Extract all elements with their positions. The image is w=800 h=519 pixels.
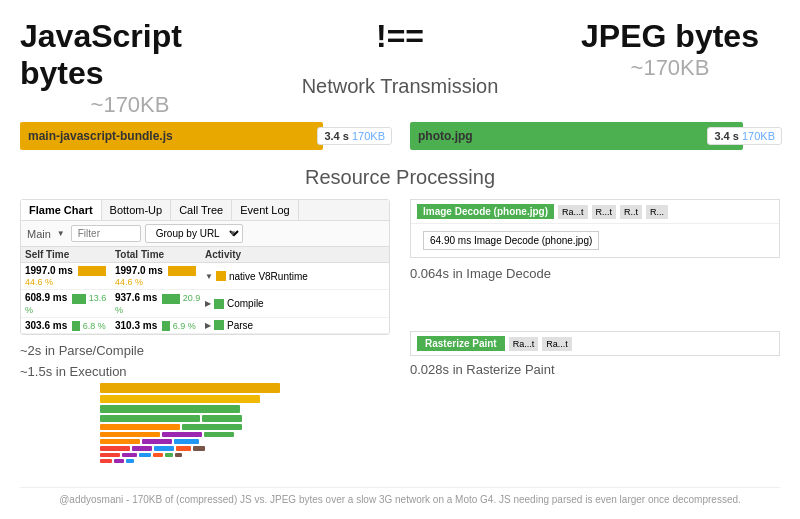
dropdown-arrow-icon: ▼ <box>57 229 65 238</box>
row2-self-time: 608.9 ms 13.6 % <box>25 292 115 314</box>
svg-rect-5 <box>100 424 180 430</box>
js-bar-label: main-javascript-bundle.js <box>28 129 173 143</box>
img-network-badge: 3.4 s 170KB <box>707 127 782 145</box>
svg-rect-14 <box>132 446 152 451</box>
svg-rect-23 <box>175 453 182 457</box>
tab-bottom-up[interactable]: Bottom-Up <box>102 200 172 220</box>
rasterize-panel: Rasterize Paint Ra...t Ra...t <box>410 331 780 356</box>
flame-panel: Flame Chart Bottom-Up Call Tree Event Lo… <box>20 199 390 335</box>
expand-icon: ▶ <box>205 299 211 308</box>
decode-green-bar: Image Decode (phone.jpg) <box>417 204 554 219</box>
decode-bar-row: Image Decode (phone.jpg) Ra...t R...t R.… <box>411 200 779 224</box>
row2-total-time: 937.6 ms 20.9 % <box>115 292 205 314</box>
col-activity: Activity <box>205 249 385 260</box>
two-column-section: Flame Chart Bottom-Up Call Tree Event Lo… <box>20 199 780 477</box>
svg-rect-22 <box>165 453 173 457</box>
js-network-badge: 3.4 s 170KB <box>317 127 392 145</box>
group-by-select[interactable]: Group by URL <box>145 224 243 243</box>
svg-rect-6 <box>182 424 242 430</box>
not-equal-sign: !== <box>376 18 424 55</box>
svg-rect-17 <box>193 446 205 451</box>
svg-rect-19 <box>122 453 137 457</box>
img-bar-container: photo.jpg 3.4 s 170KB <box>410 122 780 150</box>
svg-rect-15 <box>154 446 174 451</box>
flame-visualization <box>100 383 390 477</box>
svg-rect-8 <box>162 432 202 437</box>
activity-color-block <box>214 320 224 330</box>
rast-small-2: Ra...t <box>542 337 572 351</box>
rast-green-bar: Rasterize Paint <box>417 336 505 351</box>
flame-column-headers: Self Time Total Time Activity <box>21 247 389 263</box>
table-row: 303.6 ms 6.8 % 310.3 ms 6.9 % ▶ Pars <box>21 318 389 334</box>
execution-annotation: ~1.5s in Execution <box>20 364 390 379</box>
row2-activity: ▶ Compile <box>205 298 385 309</box>
parse-compile-annotation: ~2s in Parse/Compile <box>20 343 390 358</box>
svg-rect-20 <box>139 453 151 457</box>
svg-rect-12 <box>174 439 199 444</box>
rast-small-1: Ra...t <box>509 337 539 351</box>
expand-icon: ▼ <box>205 272 213 281</box>
svg-rect-21 <box>153 453 163 457</box>
network-transmission-label: Network Transmission <box>302 75 499 98</box>
footer: @addyosmani - 170KB of (compressed) JS v… <box>20 487 780 505</box>
svg-rect-26 <box>126 459 134 463</box>
row3-total-time: 310.3 ms 6.9 % <box>115 320 205 331</box>
table-row: 608.9 ms 13.6 % 937.6 ms 20.9 % ▶ Co <box>21 290 389 317</box>
spacer <box>410 285 780 331</box>
flame-toolbar: Main ▼ Group by URL ▼ <box>21 221 389 247</box>
tab-call-tree[interactable]: Call Tree <box>171 200 232 220</box>
svg-rect-25 <box>114 459 124 463</box>
table-row: 1997.0 ms 44.6 % 1997.0 ms 44.6 % ▼ <box>21 263 389 290</box>
row1-total-time: 1997.0 ms 44.6 % <box>115 265 205 287</box>
col-self-time: Self Time <box>25 249 115 260</box>
rasterize-bar-row: Rasterize Paint Ra...t Ra...t <box>417 336 773 351</box>
js-network-bar: main-javascript-bundle.js <box>20 122 323 150</box>
resource-processing-label: Resource Processing <box>20 166 780 189</box>
row1-activity: ▼ native V8Runtime <box>205 271 385 282</box>
main-label: Main <box>27 228 51 240</box>
network-section: main-javascript-bundle.js 3.4 s 170KB ph… <box>20 122 780 150</box>
svg-rect-9 <box>204 432 234 437</box>
tab-event-log[interactable]: Event Log <box>232 200 299 220</box>
rasterize-annotation: 0.028s in Rasterize Paint <box>410 362 780 377</box>
svg-rect-4 <box>202 415 242 422</box>
img-network-bar: photo.jpg <box>410 122 743 150</box>
svg-rect-1 <box>100 395 260 403</box>
svg-rect-7 <box>100 432 160 437</box>
flame-chart-svg <box>100 383 300 473</box>
svg-rect-10 <box>100 439 140 444</box>
decode-tooltip: 64.90 ms Image Decode (phone.jpg) <box>423 231 599 250</box>
js-bar-container: main-javascript-bundle.js 3.4 s 170KB <box>20 122 390 150</box>
svg-rect-3 <box>100 415 200 422</box>
tab-flame-chart[interactable]: Flame Chart <box>21 200 102 220</box>
center-header: !== Network Transmission <box>240 18 560 108</box>
decode-panel: Image Decode (phone.jpg) Ra...t R...t R.… <box>410 199 780 258</box>
svg-rect-13 <box>100 446 130 451</box>
decode-small-3: R..t <box>620 205 642 219</box>
right-column: Image Decode (phone.jpg) Ra...t R...t R.… <box>410 199 780 381</box>
jpeg-header: JPEG bytes ~170KB <box>560 18 780 81</box>
decode-small-1: Ra...t <box>558 205 588 219</box>
decode-small-2: R...t <box>592 205 617 219</box>
filter-input[interactable] <box>71 225 141 242</box>
row1-self-time: 1997.0 ms 44.6 % <box>25 265 115 287</box>
js-badge-size: 170KB <box>352 130 385 142</box>
svg-rect-11 <box>142 439 172 444</box>
footer-text: @addyosmani - 170KB of (compressed) JS v… <box>59 494 741 505</box>
jpeg-title: JPEG bytes <box>581 18 759 55</box>
svg-rect-18 <box>100 453 120 457</box>
flame-tabs: Flame Chart Bottom-Up Call Tree Event Lo… <box>21 200 389 221</box>
activity-color-block <box>214 299 224 309</box>
col-total-time: Total Time <box>115 249 205 260</box>
flame-filter-section: Group by URL ▼ <box>71 224 383 243</box>
jpeg-size: ~170KB <box>631 55 710 81</box>
js-title: JavaScript bytes <box>20 18 240 92</box>
image-decode-annotation: 0.064s in Image Decode <box>410 266 780 281</box>
activity-color-block <box>216 271 226 281</box>
decode-tooltip-row: 64.90 ms Image Decode (phone.jpg) <box>411 224 779 257</box>
svg-rect-2 <box>100 405 240 413</box>
decode-small-4: R... <box>646 205 668 219</box>
svg-rect-16 <box>176 446 191 451</box>
expand-icon: ▶ <box>205 321 211 330</box>
img-badge-time: 3.4 s <box>714 130 738 142</box>
